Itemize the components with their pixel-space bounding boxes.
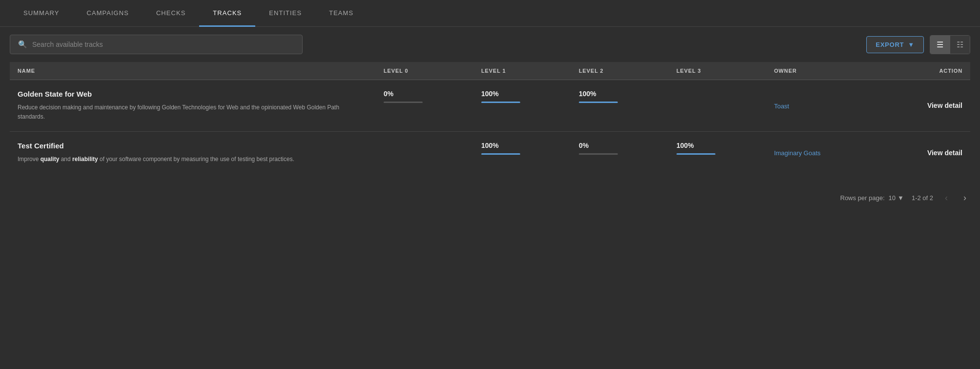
previous-page-button[interactable]: ‹ xyxy=(941,192,952,204)
tab-summary[interactable]: SUMMARY xyxy=(10,0,73,27)
col-level3: LEVEL 3 xyxy=(669,62,766,80)
level0-cell-empty xyxy=(376,132,473,174)
level0-cell: 0% xyxy=(376,80,473,132)
table-header-row: NAME LEVEL 0 LEVEL 1 LEVEL 2 LEVEL 3 OWN… xyxy=(10,62,970,80)
owner-link[interactable]: Toast xyxy=(774,102,789,110)
level1-value: 100% xyxy=(481,142,563,149)
next-page-button[interactable]: › xyxy=(960,192,970,204)
chevron-down-icon: ▼ xyxy=(898,194,904,202)
rows-per-page: Rows per page: 10 ▼ xyxy=(840,194,904,202)
export-button[interactable]: EXPORT ▼ xyxy=(866,36,924,53)
level2-value: 0% xyxy=(579,142,661,149)
owner-link[interactable]: Imaginary Goats xyxy=(774,149,820,157)
view-toggle: ☰ ☷ xyxy=(930,35,970,54)
tab-teams[interactable]: TEAMS xyxy=(315,0,367,27)
search-icon: 🔍 xyxy=(18,40,27,49)
level1-cell: 100% xyxy=(473,132,571,174)
track-name-cell: Test Certified Improve quality and relia… xyxy=(10,132,376,174)
tracks-table-wrap: NAME LEVEL 0 LEVEL 1 LEVEL 2 LEVEL 3 OWN… xyxy=(0,62,980,184)
track-name-cell: Golden State for Web Reduce decision mak… xyxy=(10,80,376,132)
grid-icon: ☷ xyxy=(957,41,963,49)
table-row: Golden State for Web Reduce decision mak… xyxy=(10,80,970,132)
col-level0: LEVEL 0 xyxy=(376,62,473,80)
level1-progress-bar xyxy=(481,102,520,103)
chevron-down-icon: ▼ xyxy=(908,41,915,48)
level3-cell-empty xyxy=(669,80,766,132)
level2-cell: 100% xyxy=(571,80,669,132)
list-view-button[interactable]: ☰ xyxy=(930,36,950,54)
tab-checks[interactable]: CHECKS xyxy=(143,0,199,27)
owner-cell: Toast xyxy=(766,80,879,132)
level3-progress-fill xyxy=(676,153,715,155)
track-name: Test Certified xyxy=(18,142,368,150)
level0-progress-bar xyxy=(384,102,423,103)
toolbar: 🔍 EXPORT ▼ ☰ ☷ xyxy=(0,27,980,62)
view-detail-button[interactable]: View detail xyxy=(887,101,962,111)
tab-tracks[interactable]: TRACKS xyxy=(199,0,255,27)
level2-progress-bar xyxy=(579,153,618,155)
page-info: 1-2 of 2 xyxy=(912,194,933,202)
level1-progress-bar xyxy=(481,153,520,155)
grid-view-button[interactable]: ☷ xyxy=(950,36,970,54)
col-level2: LEVEL 2 xyxy=(571,62,669,80)
level1-value: 100% xyxy=(481,90,563,98)
action-cell: View detail xyxy=(879,132,970,174)
level1-cell: 100% xyxy=(473,80,571,132)
col-action: ACTION xyxy=(879,62,970,80)
track-name: Golden State for Web xyxy=(18,90,368,98)
level2-cell: 0% xyxy=(571,132,669,174)
level0-value: 0% xyxy=(384,90,466,98)
tracks-table: NAME LEVEL 0 LEVEL 1 LEVEL 2 LEVEL 3 OWN… xyxy=(10,62,970,174)
level3-cell: 100% xyxy=(669,132,766,174)
col-level1: LEVEL 1 xyxy=(473,62,571,80)
view-detail-button[interactable]: View detail xyxy=(887,148,962,158)
track-description: Improve quality and reliability of your … xyxy=(18,155,368,164)
col-name: NAME xyxy=(10,62,376,80)
nav-tabs: SUMMARY CAMPAIGNS CHECKS TRACKS ENTITIES… xyxy=(0,0,980,27)
rows-per-page-label: Rows per page: xyxy=(840,194,885,202)
level3-progress-bar xyxy=(676,153,715,155)
tab-campaigns[interactable]: CAMPAIGNS xyxy=(73,0,143,27)
level1-progress-fill xyxy=(481,153,520,155)
level2-progress-fill xyxy=(579,102,618,103)
level2-progress-bar xyxy=(579,102,618,103)
owner-cell: Imaginary Goats xyxy=(766,132,879,174)
col-owner: OWNER xyxy=(766,62,879,80)
rows-count: 10 xyxy=(889,194,896,202)
pagination: Rows per page: 10 ▼ 1-2 of 2 ‹ › xyxy=(0,184,980,208)
action-cell: View detail xyxy=(879,80,970,132)
list-icon: ☰ xyxy=(937,41,943,49)
level3-value: 100% xyxy=(676,142,758,149)
tab-entities[interactable]: ENTITIES xyxy=(255,0,315,27)
table-row: Test Certified Improve quality and relia… xyxy=(10,132,970,174)
export-label: EXPORT xyxy=(876,41,904,48)
search-box: 🔍 xyxy=(10,35,303,54)
track-description: Reduce decision making and maintenance b… xyxy=(18,103,368,122)
level2-value: 100% xyxy=(579,90,661,98)
search-input[interactable] xyxy=(32,41,294,48)
level1-progress-fill xyxy=(481,102,520,103)
rows-per-page-select[interactable]: 10 ▼ xyxy=(889,194,904,202)
